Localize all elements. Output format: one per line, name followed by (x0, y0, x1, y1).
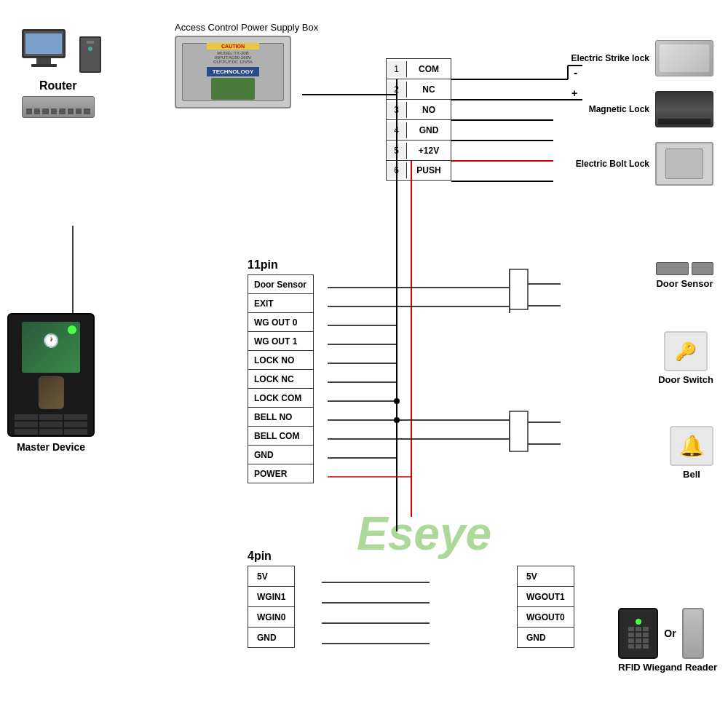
door-sensor-image (656, 262, 713, 275)
pin11-table: Door SensorEXITWG OUT 0WG OUT 1LOCK NOLO… (248, 274, 314, 483)
pin4-right-table: 5VWGOUT1WGOUT0GND (517, 566, 574, 648)
keypad-btn (39, 436, 63, 437)
terminal-name: GND (407, 122, 451, 138)
door-sensor-section: Door Sensor (656, 262, 713, 289)
rfid-key (643, 644, 649, 649)
router-port (42, 108, 48, 114)
router-port (68, 108, 74, 114)
pin4-left-name: 5V (248, 566, 295, 587)
keypad-btn (15, 436, 38, 437)
power-supply-image: CAUTION MODEL:TX-20BINPUT:AC80-260VOUTPU… (175, 36, 291, 108)
pin11-row: LOCK NC (248, 370, 314, 389)
keypad-btn (64, 436, 87, 437)
rfid-key (643, 638, 649, 643)
svg-point-45 (394, 398, 400, 404)
rfid-readers: Or (618, 608, 717, 659)
pin11-row: BELL NO (248, 408, 314, 427)
keypad-btn (64, 414, 87, 420)
magnetic-lock-image (655, 91, 713, 127)
terminal-name: COM (407, 61, 451, 77)
terminal-number: 6 (387, 162, 407, 178)
bell-icon: 🔔 (679, 434, 705, 458)
terminal-row: 4 GND (386, 119, 451, 140)
pin-name: Door Sensor (248, 275, 314, 294)
fingerprint-sensor (39, 376, 64, 409)
pin-name: WG OUT 0 (248, 313, 314, 332)
caution-label: CAUTION (207, 43, 259, 50)
pin-name: LOCK NO (248, 351, 314, 370)
terminal-row: 3 NO (386, 99, 451, 119)
router-port (34, 108, 40, 114)
rfid-key (643, 633, 649, 637)
pin4-left-row: 5V (248, 566, 295, 587)
key-icon: 🔑 (675, 341, 697, 362)
model-label: MODEL:TX-20BINPUT:AC80-260VOUTPUT:DC 12V… (207, 51, 259, 64)
terminal-name: NO (407, 102, 451, 118)
device-led (68, 325, 76, 334)
pin11-row: WG OUT 0 (248, 313, 314, 332)
door-switch-section: 🔑 Door Switch (658, 331, 713, 385)
electric-strike-lock: Electric Strike lock (562, 40, 713, 76)
diagram: Access Control Power Supply Box CAUTION … (0, 0, 728, 728)
svg-point-46 (394, 417, 400, 423)
electric-strike-label: Electric Strike lock (562, 53, 649, 63)
pin-name: LOCK NC (248, 370, 314, 389)
pin11-row: BELL COM (248, 427, 314, 446)
ps-board (211, 78, 255, 100)
pin4-right-row: 5V (518, 566, 574, 587)
sensor-body (656, 262, 689, 275)
pin4-tables-container: 5VWGIN1WGIN0GND 5VWGOUT1WGOUT0GND (248, 566, 295, 648)
terminal-name: NC (407, 82, 451, 98)
power-supply-inner: CAUTION MODEL:TX-20BINPUT:AC80-260VOUTPU… (207, 43, 259, 101)
pin4-left-table: 5VWGIN1WGIN0GND (248, 566, 295, 648)
terminal-row: 6 PUSH (386, 160, 451, 181)
rfid-key (636, 644, 641, 649)
pin4-left-row: WGIN0 (248, 607, 295, 628)
terminal-number: 5 (387, 143, 407, 159)
svg-rect-44 (510, 411, 528, 451)
router-port (51, 108, 57, 114)
pin4-right-name: WGOUT1 (518, 587, 574, 607)
terminal-name: +12V (407, 143, 451, 159)
rfid-key (636, 638, 641, 643)
rfid-reader-keypad (618, 608, 658, 659)
keypad-btn (64, 429, 87, 435)
device-keypad (9, 413, 93, 437)
tower-pc (79, 36, 101, 73)
keypad-btn (39, 422, 63, 427)
device-screen: 🕐 (22, 322, 80, 373)
rfid-key (628, 644, 634, 649)
terminal-block: 1 COM 2 NC 3 NO 4 GND 5 +12V 6 PUSH (386, 58, 451, 181)
tech-label: TECHNOLOGY (207, 67, 259, 76)
bolt-lock-image (655, 142, 713, 186)
pin4-right-name: WGOUT0 (518, 607, 574, 628)
rfid-key (636, 627, 641, 631)
keypad-btn (39, 414, 63, 420)
pin11-section: 11pin Door SensorEXITWG OUT 0WG OUT 1LOC… (248, 258, 314, 483)
pin-name: POWER (248, 464, 314, 483)
terminal-number: 3 (387, 102, 407, 118)
monitor-base (31, 64, 57, 67)
pin4-right-name: GND (518, 628, 574, 648)
router-ports (26, 108, 90, 114)
power-supply-label: Access Control Power Supply Box (175, 22, 318, 33)
pin4-section: 4pin 5VWGIN1WGIN0GND 5VWGOUT1WGOUT0GND (248, 550, 295, 648)
bell-label: Bell (670, 469, 713, 480)
pin-name: LOCK COM (248, 389, 314, 408)
terminal-row: 2 NC (386, 79, 451, 99)
door-switch-label: Door Switch (658, 374, 713, 385)
magnetic-lock: Magnetic Lock (562, 91, 713, 127)
pin-name: GND (248, 446, 314, 464)
pin11-title: 11pin (248, 258, 314, 272)
monitor-screen (25, 33, 62, 54)
router-port (76, 108, 82, 114)
rfid-key (636, 633, 641, 637)
pin11-row: EXIT (248, 294, 314, 313)
power-supply-section: Access Control Power Supply Box CAUTION … (175, 22, 318, 108)
keypad-btn (64, 422, 87, 427)
router-label: Router (15, 79, 101, 92)
bolt-lock: Electric Bolt Lock (562, 142, 713, 186)
pin11-row: LOCK COM (248, 389, 314, 408)
pin11-row: GND (248, 446, 314, 464)
svg-rect-43 (510, 269, 528, 309)
